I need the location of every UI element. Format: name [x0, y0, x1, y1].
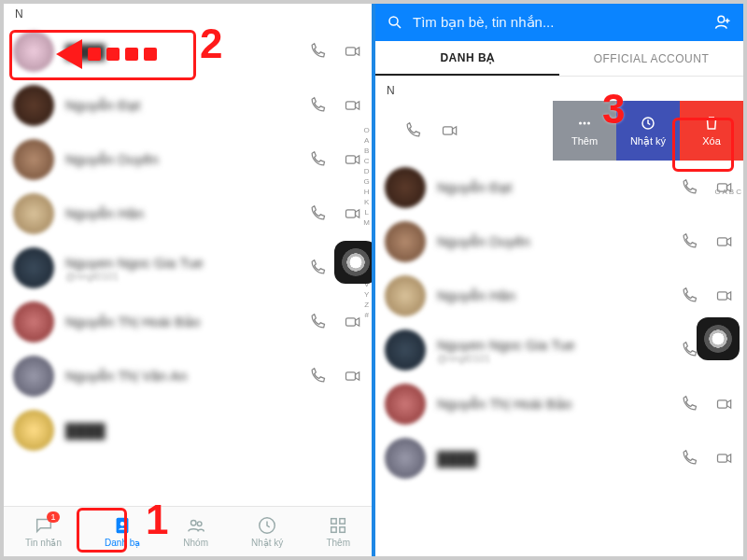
phone-icon[interactable] — [308, 150, 327, 169]
contact-sub: @nngt0101 — [437, 353, 680, 364]
video-icon[interactable] — [344, 42, 362, 61]
clock-icon — [640, 115, 656, 132]
contact-name: Nguyễn Thị Vân An — [65, 368, 308, 385]
action-label: Nhật ký — [630, 135, 666, 147]
search-placeholder: Tìm bạn bè, tin nhắn... — [413, 14, 713, 31]
phone-icon[interactable] — [403, 121, 422, 140]
contact-row[interactable]: Nguyễn Thị Hoài Bảo — [375, 377, 743, 431]
svg-rect-2 — [346, 156, 356, 163]
contact-row[interactable]: Nguyễn Thị Vân An — [4, 349, 372, 403]
nav-label: Tin nhắn — [25, 538, 62, 548]
nav-contacts[interactable]: Danh bạ — [105, 515, 140, 548]
contact-row[interactable]: Nguyễn Duyên — [375, 215, 743, 269]
phone-icon[interactable] — [680, 395, 698, 413]
phone-icon[interactable] — [308, 96, 327, 115]
video-icon[interactable] — [441, 121, 459, 140]
phone-icon[interactable] — [308, 367, 327, 385]
alpha-index[interactable]: O A B C — [715, 187, 741, 197]
video-icon[interactable] — [715, 449, 734, 468]
svg-point-20 — [584, 122, 586, 125]
svg-point-16 — [389, 17, 398, 25]
action-log[interactable]: Nhật ký — [616, 101, 680, 161]
contact-row[interactable]: Nguyễn Duyên — [4, 133, 372, 187]
assistive-touch[interactable] — [334, 241, 374, 284]
contact-name: Nguyen Ngoc Gia Tue — [437, 337, 680, 353]
phone-icon[interactable] — [308, 259, 327, 277]
screen-right: Tìm bạn bè, tin nhắn... DANH BẠ OFFICIAL… — [374, 4, 743, 556]
assistive-touch[interactable] — [697, 317, 740, 360]
phone-icon[interactable] — [308, 204, 327, 223]
action-delete[interactable]: Xóa — [680, 101, 743, 161]
phone-icon[interactable] — [680, 449, 698, 468]
contact-row[interactable]: Nguyễn Thị Hoài Bảo — [4, 295, 372, 349]
avatar — [385, 167, 426, 208]
search-icon — [387, 14, 403, 31]
contact-sub: @nngt0101 — [65, 271, 308, 282]
video-icon[interactable] — [344, 367, 362, 385]
video-icon[interactable] — [715, 232, 734, 251]
phone-icon[interactable] — [308, 313, 327, 331]
avatar — [13, 301, 54, 343]
phone-icon[interactable] — [680, 341, 698, 359]
contact-row[interactable]: Nguyen Ngoc Gia Tue @nngt0101 — [4, 241, 372, 295]
svg-point-9 — [190, 521, 196, 526]
add-friend-icon[interactable] — [713, 13, 732, 32]
video-icon[interactable] — [715, 287, 734, 305]
contact-row[interactable]: Nguyễn Hân — [375, 269, 743, 323]
nav-timeline[interactable]: Nhật ký — [251, 515, 283, 548]
contact-name: Nguyễn Duyên — [437, 233, 680, 250]
phone-icon[interactable] — [308, 42, 327, 61]
nav-label: Danh bạ — [105, 538, 140, 548]
contact-row[interactable]: Nguyễn Đạt — [4, 78, 372, 133]
search-bar[interactable]: Tìm bạn bè, tin nhắn... — [375, 4, 743, 41]
contact-row[interactable]: Nguyễn Đạt — [375, 161, 743, 215]
nav-more[interactable]: Thêm — [326, 515, 350, 548]
contact-row[interactable]: ████ — [4, 24, 372, 78]
nav-label: Thêm — [326, 538, 350, 548]
swiped-contact-row[interactable]: Thêm Nhật ký Xóa — [375, 101, 743, 161]
svg-rect-0 — [346, 48, 356, 55]
avatar — [385, 221, 426, 262]
nav-messages[interactable]: 1 Tin nhắn — [25, 515, 62, 548]
section-letter: N — [375, 77, 743, 101]
svg-rect-12 — [331, 519, 337, 525]
contact-row[interactable]: Nguyễn Hân — [4, 187, 372, 241]
screen-left: N ████ Nguyễn Đạt Nguyễn Duyên Nguyễn Hâ… — [4, 4, 374, 556]
avatar — [385, 275, 426, 316]
video-icon[interactable] — [344, 204, 362, 223]
contact-row[interactable]: ████ — [4, 403, 372, 457]
action-more[interactable]: Thêm — [553, 101, 616, 161]
chat-icon: 1 — [34, 515, 54, 536]
avatar — [13, 356, 54, 397]
contact-name: ████ — [65, 44, 308, 60]
phone-icon[interactable] — [680, 232, 698, 251]
phone-icon[interactable] — [680, 178, 698, 197]
video-icon[interactable] — [344, 313, 362, 331]
trash-icon — [703, 115, 720, 132]
clock-icon — [257, 515, 277, 536]
svg-rect-3 — [346, 210, 356, 217]
nav-label: Nhóm — [183, 538, 208, 548]
contact-row[interactable]: Nguyen Ngoc Gia Tue @nngt0101 — [375, 323, 743, 377]
avatar — [385, 329, 426, 371]
nav-groups[interactable]: Nhóm — [183, 515, 208, 548]
svg-rect-5 — [346, 318, 356, 326]
video-icon[interactable] — [715, 395, 734, 413]
tab-contacts[interactable]: DANH BẠ — [375, 41, 559, 76]
svg-rect-28 — [718, 455, 727, 462]
action-label: Thêm — [571, 135, 598, 147]
contact-name: Nguyễn Duyên — [65, 151, 308, 168]
svg-point-21 — [587, 122, 590, 125]
dots-icon — [576, 115, 593, 132]
phone-icon[interactable] — [680, 287, 698, 305]
contact-row[interactable]: ████ — [375, 431, 743, 485]
svg-rect-1 — [346, 102, 356, 109]
svg-rect-24 — [718, 238, 727, 245]
tab-official-account[interactable]: OFFICIAL ACCOUNT — [559, 41, 743, 76]
video-icon[interactable] — [344, 96, 362, 115]
video-icon[interactable] — [344, 150, 362, 169]
svg-point-17 — [718, 16, 725, 22]
contact-name: Nguyễn Thị Hoài Bảo — [65, 314, 308, 330]
contact-name: Nguyễn Thị Hoài Bảo — [437, 396, 680, 413]
alpha-index[interactable]: O A B C D G H K L M T U V Y Z # — [363, 125, 370, 320]
